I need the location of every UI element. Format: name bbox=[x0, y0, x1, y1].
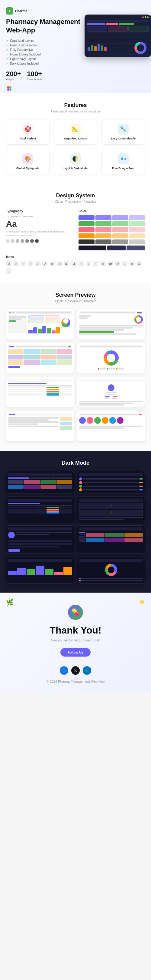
features-title: Features bbox=[6, 102, 145, 108]
screen-donut-analytics bbox=[77, 343, 145, 374]
dark-screens-row-4 bbox=[6, 557, 145, 584]
screens-row-4 bbox=[6, 411, 145, 442]
feature-label-custom: Easy Customizable bbox=[105, 137, 142, 140]
thankyou-icon: 💊 bbox=[68, 605, 83, 620]
feature-label-font: Free Google Font bbox=[105, 167, 142, 170]
font-weights bbox=[6, 239, 72, 243]
color-label: Color bbox=[79, 210, 145, 213]
feature-card-layers: 📐 Organized Layers bbox=[54, 119, 97, 145]
feature-card-pixel: 🎯 Pixel Perfect bbox=[6, 119, 50, 145]
color-orange-2 bbox=[96, 234, 112, 238]
color-purple-2 bbox=[96, 215, 112, 220]
screens-row-3 bbox=[6, 377, 145, 408]
feature-item: Light/Heavy Layout bbox=[6, 57, 85, 61]
screen-profile bbox=[77, 377, 145, 408]
color-green-1 bbox=[79, 221, 94, 226]
color-red-1 bbox=[79, 228, 94, 232]
dark-screen-list bbox=[77, 471, 145, 493]
icon-down: ↓ bbox=[86, 261, 91, 266]
dark-screen-products bbox=[6, 471, 74, 493]
color-dark-1 bbox=[79, 245, 106, 250]
color-gray-2 bbox=[96, 239, 112, 244]
dark-screen-chart bbox=[6, 557, 74, 584]
svg-rect-2 bbox=[7, 89, 9, 91]
features-subtitle: Understand how we drive innovation bbox=[6, 110, 145, 113]
brand-icon: ✚ bbox=[6, 7, 13, 14]
hero-title: Pharmacy Management Web-App bbox=[6, 18, 85, 34]
font-demo: Aa bbox=[6, 219, 72, 229]
dark-product-grid bbox=[8, 480, 72, 489]
icon-star: ☆ bbox=[13, 261, 19, 266]
color-panel: Color bbox=[79, 210, 145, 250]
svg-point-3 bbox=[9, 89, 11, 91]
features-grid: 🎯 Pixel Perfect 📐 Organized Layers 🔧 Eas… bbox=[6, 119, 145, 174]
color-green-3 bbox=[112, 221, 128, 226]
facebook-link[interactable]: f bbox=[60, 666, 68, 675]
color-orange-1 bbox=[79, 234, 94, 238]
weight-dot-4 bbox=[20, 239, 24, 243]
color-purple-4 bbox=[129, 215, 145, 220]
feature-icon-style: 🎨 bbox=[22, 153, 33, 164]
color-orange-3 bbox=[112, 234, 128, 238]
screen-preview-subtitle: Clean · Responsive · Attractive bbox=[6, 299, 145, 303]
feature-item: Fully Responsive bbox=[6, 48, 85, 52]
weight-dot-1 bbox=[6, 239, 9, 243]
feature-label-darkmode: Light & Dark Mode bbox=[57, 167, 94, 170]
color-gray-4 bbox=[129, 239, 145, 244]
dark-screen-analytics2 bbox=[77, 557, 145, 584]
design-system-section: Design System Clean · Responsive · Attra… bbox=[0, 183, 151, 283]
dark-screen-table bbox=[6, 496, 74, 522]
icons-label: Icons bbox=[6, 255, 145, 259]
weight-dot-7 bbox=[35, 239, 39, 243]
color-gray-3 bbox=[112, 239, 128, 244]
color-swatches bbox=[79, 215, 145, 250]
feature-icon-darkmode: 🌓 bbox=[70, 153, 81, 164]
icon-close: ✕ bbox=[129, 261, 135, 266]
features-section: Features Understand how we drive innovat… bbox=[0, 93, 151, 183]
feature-icon-font: Aa bbox=[118, 153, 129, 164]
design-system-title: Design System bbox=[6, 192, 145, 199]
feature-label-pixel: Pixel Perfect bbox=[9, 137, 46, 140]
feature-icon-custom: 🔧 bbox=[118, 124, 129, 135]
icon-phone: ☎ bbox=[107, 261, 113, 266]
icon-home: ⌂ bbox=[93, 261, 98, 266]
screen-dashboard bbox=[6, 309, 74, 340]
weight-dot-6 bbox=[30, 239, 34, 243]
color-orange-4 bbox=[129, 234, 145, 238]
screen-products bbox=[6, 343, 74, 374]
feature-card-custom: 🔧 Easy Customizable bbox=[101, 119, 145, 145]
follow-us-button[interactable]: Follow Us bbox=[60, 648, 91, 657]
feature-card-style: 🎨 Global Styleguide bbox=[6, 149, 50, 174]
deco-left: 🌿 bbox=[6, 599, 14, 606]
weight-dot-5 bbox=[25, 239, 29, 243]
thankyou-title: Thank You! bbox=[6, 625, 145, 636]
icon-settings: ⚙ bbox=[115, 261, 120, 266]
design-system-grid: Typography TT Commons - Free Font Aa Lor… bbox=[6, 210, 145, 250]
icon-menu: ≡ bbox=[137, 261, 142, 266]
feature-item: Figma Library Included bbox=[6, 52, 85, 57]
screen-inventory bbox=[6, 411, 74, 442]
feature-card-darkmode: 🌓 Light & Dark Mode bbox=[54, 149, 97, 174]
font-name: TT Commons - Free Font bbox=[6, 215, 72, 218]
dark-screen-sidebar bbox=[77, 525, 145, 554]
dark-mode-section: Dark Mode bbox=[0, 451, 151, 593]
icon-circle: ⊙ bbox=[28, 261, 33, 266]
color-green-4 bbox=[129, 221, 145, 226]
hero-section: ✚ Pharma Pharmacy Management Web-App Org… bbox=[0, 0, 151, 93]
icons-panel: Icons ⊕ ☆ ♡ ⊙ ◎ ↗ ⊞ ⊟ ▶ ◀ ↑ ↓ ⌂ ✉ ☎ ⚙ ✓ … bbox=[6, 255, 145, 274]
twitter-link[interactable]: 𝕏 bbox=[71, 666, 80, 675]
screen-customers bbox=[77, 411, 145, 442]
copyright: © 2024 Pharma Management Web-App bbox=[6, 679, 145, 683]
linkedin-link[interactable]: in bbox=[83, 666, 91, 675]
product-grid bbox=[8, 349, 72, 365]
color-purple-1 bbox=[79, 215, 94, 220]
stat-pages-label: Pages bbox=[6, 78, 21, 81]
dark-screens-row-3 bbox=[6, 525, 145, 554]
icon-up: ↑ bbox=[79, 261, 84, 266]
thankyou-section: 🌿 ⭐ 💊 Thank You! See you in the next pro… bbox=[0, 593, 151, 692]
color-purple-3 bbox=[112, 215, 128, 220]
icon-minus-box: ⊟ bbox=[57, 261, 62, 266]
brand-name: Pharma bbox=[15, 9, 27, 13]
feature-item: Organized Layers bbox=[6, 38, 85, 43]
icon-mail: ✉ bbox=[100, 261, 106, 266]
